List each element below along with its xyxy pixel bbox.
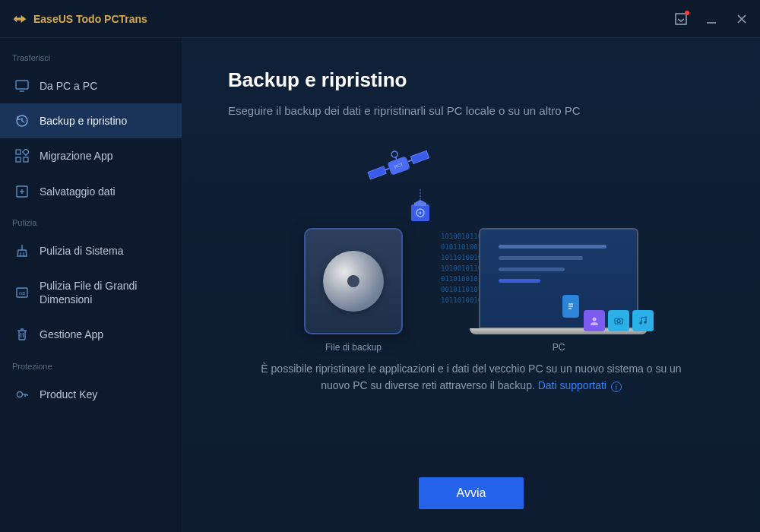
illus-left-label: File di backup [325,342,382,353]
svg-point-36 [420,212,422,214]
restore-icon [15,114,29,128]
sidebar-item-product-key[interactable]: Product Key [0,377,182,412]
sidebar-item-app-migration[interactable]: Migrazione App [0,138,182,173]
sidebar-item-system-cleanup[interactable]: Pulizia di Sistema [0,233,182,268]
illustration: PCT [228,140,714,353]
app-name: EaseUS Todo PCTrans [33,13,147,25]
svg-rect-0 [676,14,686,24]
backup-device-icon [304,228,403,334]
svg-rect-9 [16,157,21,162]
svg-text:GB: GB [19,291,26,296]
monitor-icon [15,79,29,93]
svg-point-44 [644,321,647,324]
app-logo: EaseUS Todo PCTrans [12,11,147,27]
key-icon [15,388,29,401]
sidebar-item-label: Gestione App [40,328,103,341]
main-content: Backup e ripristino Eseguire il backup d… [182,38,760,532]
save-icon [15,185,29,198]
sidebar-item-app-management[interactable]: Gestione App [0,317,182,352]
svg-rect-7 [16,150,21,154]
svg-line-30 [408,160,413,162]
disc-icon [323,251,384,312]
laptop-icon [479,228,638,334]
page-subtitle: Eseguire il backup dei dati e ripristina… [228,104,714,117]
sidebar-item-label: Salvataggio dati [40,185,116,198]
trash-icon [15,328,29,341]
sidebar-item-label: Backup e ripristino [40,114,127,128]
large-file-icon: GB [15,286,29,299]
svg-line-32 [396,157,397,160]
sidebar-item-large-file-cleanup[interactable]: GB Pulizia File di Grandi Dimensioni [0,268,182,317]
media-chips [562,309,654,331]
titlebar: EaseUS Todo PCTrans [0,0,760,38]
footer: Avvia [228,454,714,509]
svg-point-42 [617,320,620,323]
illus-backup-file: File di backup [304,228,403,353]
user-chip-icon [584,310,605,331]
apps-icon [15,149,29,163]
svg-rect-27 [368,166,386,179]
svg-rect-4 [16,81,28,89]
sidebar-section-label: Trasferisci [0,44,182,68]
titlebar-controls [675,13,748,25]
svg-line-29 [385,169,389,170]
svg-rect-8 [23,149,29,155]
info-icon[interactable]: i [611,382,622,392]
logo-icon [12,11,27,27]
sidebar-section-label: Protezione [0,353,182,377]
sidebar-item-backup-restore[interactable]: Backup e ripristino [0,103,182,138]
close-button[interactable] [736,13,748,25]
sidebar-item-label: Product Key [40,388,97,401]
minimize-button[interactable] [705,13,717,25]
svg-point-31 [391,150,398,158]
svg-rect-10 [24,157,28,162]
svg-point-40 [593,318,597,321]
svg-point-21 [17,391,23,397]
sidebar-item-label: Migrazione App [40,149,113,163]
music-chip-icon [632,310,654,331]
satellite-icon: PCT [365,140,433,193]
illus-right-label: PC [553,342,565,353]
sidebar-section-label: Pulizia [0,209,182,233]
page-description: È possibile ripristinare le applicazioni… [228,360,714,394]
illus-pc: PC [479,228,638,353]
broom-icon [15,244,29,258]
notifications-button[interactable] [675,13,687,25]
sidebar-item-label: Pulizia di Sistema [40,244,124,258]
sidebar-item-data-save[interactable]: Salvataggio dati [0,174,182,209]
sidebar: Trasferisci Da PC a PC Backup e ripristi… [0,38,182,532]
photo-chip-icon [608,310,629,331]
svg-rect-28 [410,150,429,163]
supported-data-link[interactable]: Dati supportati [538,379,606,391]
sidebar-item-pc-to-pc[interactable]: Da PC a PC [0,68,182,103]
sidebar-item-label: Pulizia File di Grandi Dimensioni [40,279,166,306]
page-title: Backup e ripristino [228,68,714,92]
document-chip-icon [562,295,579,318]
package-icon [407,189,434,226]
sidebar-item-label: Da PC a PC [40,79,97,93]
notification-dot-icon [685,11,689,15]
start-button[interactable]: Avvia [419,477,524,509]
